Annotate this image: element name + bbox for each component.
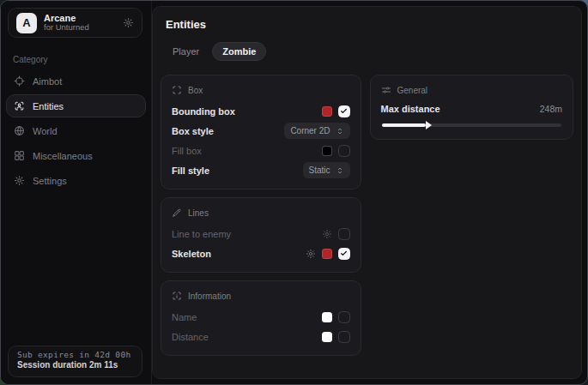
subscription-card: Sub expires in 42d 00h Session duration … bbox=[8, 346, 142, 377]
category-label: Category bbox=[13, 55, 151, 64]
sidebar-item-miscellaneous[interactable]: Miscellaneous bbox=[6, 144, 146, 167]
setting-row: Bounding box bbox=[172, 101, 350, 121]
setting-label: Distance bbox=[172, 332, 209, 342]
dropdown-value: Corner 2D bbox=[290, 126, 330, 135]
panel-information: Information Name Distance bbox=[161, 280, 361, 356]
setting-row: Line to enemy bbox=[172, 224, 350, 244]
setting-row: Fill style Static bbox=[172, 160, 350, 180]
sidebar-item-world[interactable]: World bbox=[6, 119, 146, 142]
color-swatch[interactable] bbox=[322, 249, 332, 259]
fill-style-dropdown[interactable]: Static bbox=[303, 162, 350, 178]
checkbox[interactable] bbox=[338, 105, 350, 117]
tab-zombie[interactable]: Zombie bbox=[212, 42, 266, 61]
setting-label: Skeleton bbox=[172, 249, 211, 259]
panel-title: General bbox=[397, 86, 428, 95]
sidebar: A Arcane for Unturned Category Aimbot En… bbox=[1, 1, 152, 384]
panel-general: General Max distance 248m bbox=[370, 75, 573, 140]
slider-fill bbox=[382, 123, 427, 127]
setting-label: Line to enemy bbox=[172, 229, 231, 239]
panel-title: Information bbox=[188, 292, 231, 301]
setting-row: Name bbox=[172, 307, 350, 327]
gear-icon bbox=[14, 175, 25, 186]
row-settings-icon[interactable] bbox=[322, 229, 332, 239]
sliders-icon bbox=[381, 85, 391, 95]
setting-label: Box style bbox=[172, 126, 214, 136]
chevrons-up-down-icon bbox=[336, 127, 344, 135]
checkbox[interactable] bbox=[338, 331, 350, 343]
color-swatch[interactable] bbox=[322, 332, 332, 342]
brand-settings-icon[interactable] bbox=[123, 17, 134, 28]
setting-label: Fill style bbox=[172, 165, 209, 176]
setting-row: Distance bbox=[172, 327, 350, 346]
panel-title: Lines bbox=[188, 208, 209, 218]
max-distance-value: 248m bbox=[540, 104, 562, 114]
checkbox[interactable] bbox=[338, 228, 350, 240]
setting-label: Name bbox=[172, 312, 197, 322]
sidebar-item-label: Miscellaneous bbox=[33, 151, 93, 161]
setting-row: Skeleton bbox=[172, 244, 350, 263]
sidebar-item-label: Settings bbox=[33, 176, 67, 186]
sub-expiry-text: Sub expires in 42d 00h bbox=[17, 350, 133, 359]
info-scan-icon bbox=[172, 291, 182, 301]
dropdown-value: Static bbox=[309, 165, 330, 175]
check-icon bbox=[340, 107, 348, 115]
sidebar-item-entities[interactable]: Entities bbox=[6, 94, 146, 117]
sidebar-item-aimbot[interactable]: Aimbot bbox=[6, 69, 146, 93]
panel-box: Box Bounding box Box style Corne bbox=[161, 75, 361, 189]
checkbox[interactable] bbox=[338, 311, 350, 323]
sidebar-item-label: Aimbot bbox=[33, 76, 62, 87]
globe-icon bbox=[14, 125, 25, 136]
box-style-dropdown[interactable]: Corner 2D bbox=[284, 123, 349, 139]
setting-label: Bounding box bbox=[172, 106, 235, 117]
tab-bar: Player Zombie bbox=[162, 42, 573, 61]
session-duration-text: Session duration 2m 11s bbox=[17, 360, 133, 370]
pencil-line-icon bbox=[172, 208, 182, 218]
checkbox[interactable] bbox=[338, 145, 350, 157]
setting-row: Max distance 248m bbox=[381, 101, 562, 117]
max-distance-slider[interactable] bbox=[382, 123, 561, 127]
entities-scan-icon bbox=[14, 100, 25, 111]
chevrons-up-down-icon bbox=[336, 166, 344, 175]
sidebar-item-label: Entities bbox=[33, 101, 64, 111]
crosshair-icon bbox=[14, 75, 25, 87]
brand-card: A Arcane for Unturned bbox=[8, 8, 142, 38]
box-scan-icon bbox=[172, 85, 182, 95]
color-swatch[interactable] bbox=[322, 106, 332, 117]
page-title: Entities bbox=[166, 18, 573, 31]
panel-title: Box bbox=[188, 86, 203, 95]
check-icon bbox=[340, 250, 348, 257]
setting-label: Fill box bbox=[172, 146, 202, 156]
brand-logo: A bbox=[16, 13, 37, 33]
color-swatch[interactable] bbox=[322, 146, 332, 156]
color-swatch[interactable] bbox=[322, 312, 332, 322]
app-window: A Arcane for Unturned Category Aimbot En… bbox=[0, 0, 588, 385]
tab-player[interactable]: Player bbox=[162, 42, 209, 61]
max-distance-label: Max distance bbox=[381, 104, 440, 114]
slider-thumb[interactable] bbox=[426, 121, 432, 129]
setting-row: Box style Corner 2D bbox=[172, 121, 350, 141]
main-panel: Entities Player Zombie Box Bounding box bbox=[152, 6, 582, 379]
sidebar-item-settings[interactable]: Settings bbox=[6, 169, 146, 192]
checkbox[interactable] bbox=[338, 248, 350, 260]
row-settings-icon[interactable] bbox=[306, 249, 316, 259]
sidebar-nav: Aimbot Entities World Miscellaneous Sett… bbox=[1, 69, 151, 192]
sidebar-item-label: World bbox=[33, 126, 58, 136]
setting-row: Fill box bbox=[172, 141, 350, 160]
panel-lines: Lines Line to enemy Skeleton bbox=[161, 197, 361, 273]
grid-icon bbox=[14, 150, 25, 161]
brand-subtitle: for Unturned bbox=[44, 23, 89, 33]
